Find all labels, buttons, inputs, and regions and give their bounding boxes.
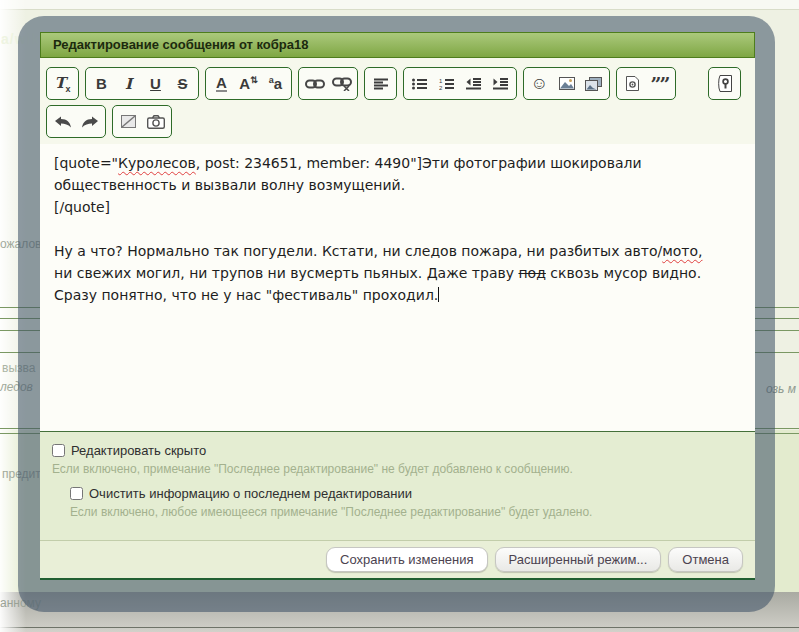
page-top-strip [0,0,799,10]
editor-text-run: ни свежих могил, ни трупов ни вусмерть п… [54,265,518,281]
text-color-icon: A [216,76,227,92]
editor-line: Сразу понятно, что не у нас "фестиваль" … [54,284,741,306]
editor-text-run: мото, [662,243,702,259]
bbcode-toggle-icon [717,75,732,92]
redo-button[interactable] [76,108,103,135]
font-size-icon: A⇅ [239,75,257,92]
group-editor-toggle [708,67,741,100]
numbered-list-button[interactable]: 12 [433,70,460,97]
editor-toolbar: TxBIUSAA⇅aa12☺”” [40,58,755,144]
bold-icon: B [96,75,107,92]
editor-text-run: под [518,265,545,281]
text-caret [438,287,439,302]
page-bottom-divider [0,627,799,628]
outdent-button[interactable] [460,70,487,97]
align-left-icon [374,78,388,90]
alignment-button[interactable] [367,70,394,97]
editor-text-run: Сразу понятно, что не у нас "фестиваль" … [54,287,438,303]
edit-silent-checkbox[interactable] [52,444,65,457]
editor-text-run: общественность и вызвали волну возмущени… [54,177,405,193]
insert-link-button[interactable] [301,70,328,97]
editor-text-run: [quote=" [54,155,118,171]
editor-text-run: Куролесов [118,155,196,171]
editor-line: [quote="Куролесов, post: 234651, member:… [54,152,741,174]
dialog-footer: Сохранить изменения Расширенный режим...… [40,540,755,578]
strikethrough-icon: S [177,75,187,92]
redo-icon [81,116,99,128]
strikethrough-button[interactable]: S [169,70,196,97]
clear-edit-info-label: Очистить информацию о последнем редактир… [89,486,412,501]
dialog-title: Редактирование сообщения от кобра18 [40,32,755,58]
gallery-button[interactable] [142,108,169,135]
svg-text:1: 1 [439,78,443,84]
editor-line [54,218,741,240]
camera-icon [147,115,165,129]
font-family-icon: aa [269,75,282,92]
drafts-icon [121,115,136,128]
edit-silent-hint: Если включено, примечание "Последнее ред… [52,462,743,476]
advanced-mode-button[interactable]: Расширенный режим... [495,547,662,572]
insert-media-button[interactable] [580,70,607,97]
text-color-button[interactable]: A [208,70,235,97]
smilies-button[interactable]: ☺ [526,70,553,97]
page-background: { "background": { "address_fragment": "a… [0,0,799,632]
media-icon [585,77,602,91]
bbcode-toggle-button[interactable] [711,70,738,97]
cancel-button[interactable]: Отмена [668,547,743,572]
undo-button[interactable] [49,108,76,135]
message-editor[interactable]: [quote="Куролесов, post: 234651, member:… [40,144,755,431]
group-media: ☺ [523,67,610,100]
group-insert: ”” [616,67,676,100]
editor-line: ни свежих могил, ни трупов ни вусмерть п… [54,262,741,284]
save-changes-button[interactable]: Сохранить изменения [326,547,488,572]
group-align [364,67,397,100]
edit-silent-label: Редактировать скрыто [71,443,206,458]
underline-icon: U [150,75,161,92]
editor-line: [/quote] [54,196,741,218]
group-history [46,105,106,138]
bullet-list-button[interactable] [406,70,433,97]
numbered-list-icon: 12 [439,78,454,90]
editor-text-run: Ну а что? Нормально так погудели. Кстати… [54,243,662,259]
unlink-button[interactable] [328,70,355,97]
italic-button[interactable]: I [115,70,142,97]
drafts-button[interactable] [115,108,142,135]
code-icon [626,76,639,91]
options-panel: Редактировать скрыто Если включено, прим… [40,431,755,540]
group-list: 12 [403,67,517,100]
bullet-list-icon [412,78,427,90]
italic-icon: I [125,75,132,93]
editor-text-run: [/quote] [54,199,110,215]
edit-message-dialog: Редактирование сообщения от кобра18 TxBI… [40,32,755,580]
font-family-button[interactable]: aa [262,70,289,97]
insert-quote-button[interactable]: ”” [646,70,673,97]
undo-icon [54,116,72,128]
group-remove-format: Tx [46,67,79,100]
group-drafts [112,105,172,138]
font-size-button[interactable]: A⇅ [235,70,262,97]
svg-text:2: 2 [439,85,443,90]
group-link [298,67,358,100]
insert-image-button[interactable] [553,70,580,97]
outdent-icon [466,78,481,90]
editor-text-run: , post: 234651, member: 4490"]Эти фотогр… [196,155,642,171]
editor-text-run: сквозь мусор видно. [546,265,701,281]
image-icon [559,77,575,90]
group-text-style: BIUS [85,67,199,100]
bold-button[interactable]: B [88,70,115,97]
quote-icon: ”” [651,79,669,89]
clear-edit-info-hint: Если включено, любое имеющееся примечани… [70,505,743,519]
indent-icon [493,78,508,90]
group-font: AA⇅aa [205,67,292,100]
clear-edit-info-checkbox[interactable] [70,487,83,500]
remove-format-button[interactable]: Tx [49,70,76,97]
link-icon [305,78,325,90]
insert-code-button[interactable] [619,70,646,97]
remove-format-icon: Tx [54,74,70,94]
smilie-icon: ☺ [531,76,548,92]
indent-button[interactable] [487,70,514,97]
editor-line: Ну а что? Нормально так погудели. Кстати… [54,240,741,262]
unlink-icon [332,77,352,91]
editor-line: общественность и вызвали волну возмущени… [54,174,741,196]
underline-button[interactable]: U [142,70,169,97]
